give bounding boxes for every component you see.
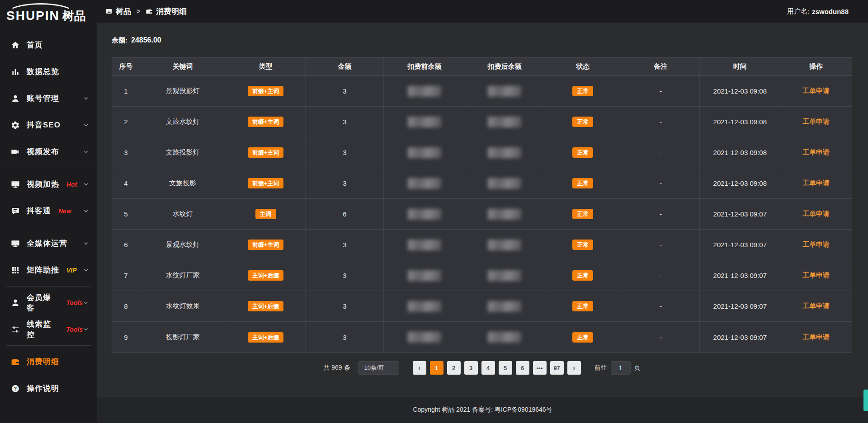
topbar: 树品>消费明细 用户名: zswodun88 [97, 0, 868, 23]
cell-action: 工单申请 [780, 291, 852, 321]
cell-status: 正常 [544, 168, 622, 198]
sidebar-item-video-publish[interactable]: 视频发布 [0, 138, 97, 165]
column-header: 操作 [780, 58, 852, 75]
sidebar: SHUPIN树品 首页数据总览账号管理抖音SEO视频发布视频加热Hot抖客通Ne… [0, 0, 97, 423]
blurred-value [408, 147, 441, 158]
home-icon [11, 41, 20, 50]
table-row: 9投影灯厂家主词+后缀3正常-2021-12-03 09:07工单申请 [112, 322, 852, 352]
ellipsis-button[interactable]: ••• [533, 361, 547, 375]
question-icon: ? [11, 384, 20, 393]
sidebar-item-operation-guide[interactable]: ?操作说明 [0, 375, 97, 402]
work-order-link[interactable]: 工单申请 [802, 148, 830, 157]
breadcrumb-item-consumption-details[interactable]: 消费明细 [146, 6, 187, 17]
work-order-link[interactable]: 工单申请 [802, 210, 830, 218]
cell-balance-before-masked [384, 291, 465, 321]
sidebar-item-video-heating[interactable]: 视频加热Hot [0, 171, 97, 197]
breadcrumb-item-shupin[interactable]: 树品 [105, 6, 131, 17]
sidebar-item-label: 会员爆客 [27, 292, 59, 313]
sidebar-item-data-overview[interactable]: 数据总览 [0, 58, 97, 85]
cell-balance-before-masked [384, 260, 465, 291]
cell-balance-before-masked [384, 107, 465, 137]
sidebar-item-badge: VIP [66, 267, 77, 274]
column-header: 金额 [306, 58, 384, 75]
page-button-3[interactable]: 3 [464, 361, 478, 375]
status-badge: 正常 [572, 86, 593, 96]
chevron-down-icon [83, 240, 89, 247]
goto-page-input[interactable] [611, 361, 631, 375]
sidebar-item-lead-monitoring[interactable]: 线索监控Tools [0, 316, 97, 343]
cell-balance-after-masked [465, 260, 544, 291]
sidebar-item-label: 全媒体运营 [27, 238, 67, 249]
cell-status: 正常 [544, 260, 622, 291]
cell-action: 工单申请 [780, 137, 852, 168]
table-row: 6景观水纹灯前缀+主词3正常-2021-12-03 09:07工单申请 [112, 230, 852, 260]
sidebar-item-matrix-boost[interactable]: 矩阵助推VIP [0, 257, 97, 283]
fullscreen-icon[interactable] [770, 7, 778, 15]
work-order-link[interactable]: 工单申请 [802, 271, 830, 280]
floating-widget[interactable] [863, 390, 868, 411]
work-order-link[interactable]: 工单申请 [802, 333, 830, 342]
page-button-5[interactable]: 5 [499, 361, 512, 375]
grid-icon [11, 266, 20, 275]
next-page-button[interactable]: › [567, 361, 581, 375]
work-order-link[interactable]: 工单申请 [802, 240, 830, 249]
cell-type: 主词+后缀 [226, 260, 306, 291]
work-order-link[interactable]: 工单申请 [802, 302, 830, 310]
page-button-6[interactable]: 6 [516, 361, 529, 375]
content: 余额: 24856.00 序号关键词类型金额扣费前余额扣费后余额状态备注时间操作… [97, 23, 868, 397]
page-size-select[interactable]: 10条/页 [358, 361, 399, 375]
cell-keyword: 水纹灯效果 [140, 291, 226, 321]
balance: 余额: 24856.00 [112, 36, 852, 45]
cell-time: 2021-12-03 09:07 [700, 199, 780, 229]
cell-note: - [622, 199, 700, 229]
sidebar-item-label: 矩阵助推 [27, 265, 59, 275]
sidebar-item-badge: New [58, 207, 71, 215]
sidebar-item-home[interactable]: 首页 [0, 32, 97, 58]
sidebar-item-member-burst[interactable]: 会员爆客Tools [0, 289, 97, 316]
cell-amount: 3 [306, 107, 384, 137]
sidebar-item-account-management[interactable]: 账号管理 [0, 85, 97, 112]
prev-page-button[interactable]: ‹ [413, 361, 426, 375]
page-button-4[interactable]: 4 [481, 361, 495, 375]
cell-status: 正常 [544, 230, 622, 260]
cell-note: - [622, 260, 700, 291]
blurred-value [408, 86, 441, 97]
cell-action: 工单申请 [780, 199, 852, 229]
copyright-text: Copyright 树品 2021 备案号: 粤ICP备09019646号 [413, 406, 552, 414]
page-button-2[interactable]: 2 [447, 361, 461, 375]
sidebar-item-douketong[interactable]: 抖客通New [0, 197, 97, 224]
sidebar-item-label: 视频加热 [27, 179, 59, 189]
sidebar-item-douyin-seo[interactable]: 抖音SEO [0, 112, 97, 138]
type-badge: 主词+后缀 [248, 301, 284, 311]
blurred-value [408, 301, 441, 312]
column-header: 序号 [112, 58, 140, 75]
cell-note: - [622, 76, 700, 106]
work-order-link[interactable]: 工单申请 [802, 118, 830, 126]
cell-balance-after-masked [465, 168, 544, 198]
user-menu[interactable]: 用户名: zswodun88 [787, 7, 856, 16]
column-header: 关键词 [140, 58, 226, 75]
column-header: 状态 [544, 58, 622, 75]
cell-balance-after-masked [465, 107, 544, 137]
work-order-link[interactable]: 工单申请 [802, 179, 830, 188]
chevron-down-icon [83, 122, 89, 128]
page-button-97[interactable]: 97 [550, 361, 564, 375]
column-header: 时间 [700, 58, 780, 75]
goto-label: 前往 [594, 364, 607, 372]
sidebar-item-omni-media-operation[interactable]: 全媒体运营 [0, 230, 97, 257]
cell-time: 2021-12-03 09:08 [700, 137, 780, 168]
chevron-down-icon [83, 326, 89, 333]
member-icon [11, 298, 20, 307]
cell-index: 6 [112, 230, 140, 260]
cell-keyword: 水纹灯厂家 [140, 260, 226, 291]
cell-note: - [622, 291, 700, 321]
sidebar-item-consumption-details[interactable]: 消费明细 [0, 348, 97, 375]
main-column: 树品>消费明细 用户名: zswodun88 余额: 24856.00 序号关键… [97, 0, 868, 423]
work-order-link[interactable]: 工单申请 [802, 87, 830, 95]
cell-index: 5 [112, 199, 140, 229]
sidebar-divider [6, 168, 91, 168]
breadcrumb-separator: > [137, 8, 140, 15]
chevron-down-icon [83, 149, 89, 155]
cell-action: 工单申请 [780, 260, 852, 291]
page-button-1[interactable]: 1 [430, 361, 443, 375]
